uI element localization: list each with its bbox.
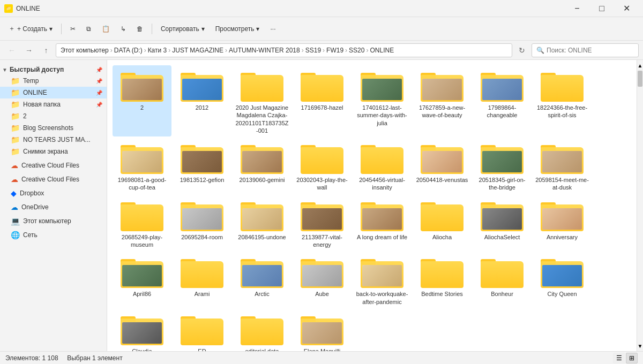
scroll-thumb[interactable] bbox=[638, 71, 642, 87]
breadcrumb-separator: › bbox=[302, 47, 304, 54]
close-button[interactable]: ✕ bbox=[614, 0, 639, 17]
sidebar-item-onedrive[interactable]: ☁ OneDrive bbox=[0, 201, 107, 213]
file-item[interactable]: AliochaSelect bbox=[473, 195, 532, 251]
file-item[interactable]: 17169678-hazel bbox=[293, 65, 352, 136]
onedrive-icon: ☁ bbox=[11, 203, 18, 211]
file-item[interactable]: 21139877-vital-energy bbox=[293, 195, 352, 251]
sidebar-item-dropbox[interactable]: ◆ Dropbox bbox=[0, 187, 107, 199]
breadcrumb-item[interactable]: SS19 bbox=[305, 47, 321, 54]
file-item[interactable]: 2012 bbox=[173, 65, 231, 136]
minimize-button[interactable]: − bbox=[565, 0, 589, 17]
file-item[interactable]: 17401612-last-summer-days-with-julia bbox=[353, 65, 412, 136]
breadcrumb-item[interactable]: JUST MAGAZINE bbox=[172, 47, 223, 54]
more-button[interactable]: ··· bbox=[266, 20, 280, 37]
file-item[interactable]: ED bbox=[173, 309, 231, 351]
file-item[interactable]: Arctic bbox=[233, 252, 291, 308]
file-item[interactable]: back-to-workquake-after-pandemic bbox=[353, 252, 412, 308]
back-button[interactable]: ← bbox=[4, 43, 19, 58]
quick-access-section: ▼ Быстрый доступ 📌 📁 Temp 📌 📁 ONLINE 📌 📁… bbox=[0, 64, 107, 157]
file-item[interactable]: 20685249-play-museum bbox=[113, 195, 171, 251]
cut-button[interactable]: ✂ bbox=[66, 20, 80, 37]
file-name: AliochaSelect bbox=[484, 233, 520, 241]
sort-button[interactable]: Сортировать ▾ bbox=[156, 20, 209, 37]
file-item[interactable]: A long dream of life bbox=[353, 195, 412, 251]
breadcrumb-item[interactable]: FW19 bbox=[326, 47, 343, 54]
file-item[interactable]: 2 bbox=[113, 65, 171, 136]
sidebar-item-label: ONLINE bbox=[23, 89, 47, 96]
file-item[interactable]: 20846195-undone bbox=[233, 195, 291, 251]
paste-button[interactable]: 📋 bbox=[98, 20, 114, 37]
file-item[interactable]: April86 bbox=[113, 252, 171, 308]
file-area[interactable]: 220122020 Just Magazine Magdalena Czajka… bbox=[107, 60, 637, 351]
file-item[interactable]: 20504418-venustas bbox=[413, 138, 472, 194]
sidebar-item-temp[interactable]: 📁 Temp 📌 bbox=[0, 75, 107, 87]
sidebar-item-blog[interactable]: 📁 Blog Screenshots bbox=[0, 122, 107, 134]
file-name: 17627859-a-new-wave-of-beauty bbox=[415, 104, 469, 119]
file-grid: 220122020 Just Magazine Magdalena Czajka… bbox=[113, 65, 631, 351]
maximize-button[interactable]: □ bbox=[589, 0, 614, 17]
sidebar-item-creative-2[interactable]: ☁ Creative Cloud Files bbox=[0, 173, 107, 185]
rename-button[interactable]: ↳ bbox=[116, 20, 130, 37]
sidebar-item-creative-1[interactable]: ☁ Creative Cloud Files bbox=[0, 160, 107, 171]
sidebar-item-label: Dropbox bbox=[20, 189, 44, 197]
file-item[interactable]: Bedtime Stories bbox=[413, 252, 472, 308]
file-item[interactable]: Aliocha bbox=[413, 195, 472, 251]
file-item[interactable]: Bonheur bbox=[473, 252, 532, 308]
file-item[interactable]: 20454456-virtual-insanity bbox=[353, 138, 412, 194]
sidebar-item-2[interactable]: 📁 2 bbox=[0, 110, 107, 122]
file-item[interactable]: Arami bbox=[173, 252, 231, 308]
breadcrumb-separator: › bbox=[323, 47, 325, 54]
file-item[interactable]: 2020 Just Magazine Magdalena Czajka-2020… bbox=[233, 65, 291, 136]
file-item[interactable]: 17989864-changeable bbox=[473, 65, 532, 136]
sidebar-item-new-folder[interactable]: 📁 Новая папка 📌 bbox=[0, 98, 107, 110]
refresh-button[interactable]: ↻ bbox=[514, 43, 529, 58]
file-item[interactable]: 19813512-gefion bbox=[173, 138, 231, 194]
file-item[interactable]: Elana Maguilli bbox=[293, 309, 352, 351]
view-grid-button[interactable]: ⊞ bbox=[626, 353, 638, 363]
app-icon: 📁 bbox=[4, 4, 13, 13]
file-item[interactable]: City Queen bbox=[533, 252, 592, 308]
sidebar-item-notears[interactable]: 📁 NO TEARS JUST MA... bbox=[0, 134, 107, 146]
view-button[interactable]: Просмотреть ▾ bbox=[211, 20, 264, 37]
file-name: 20518345-girl-on-the-bridge bbox=[475, 176, 529, 192]
file-item[interactable]: 18224366-the-free-spirit-of-sis bbox=[533, 65, 592, 136]
breadcrumb-item[interactable]: Кати 3 bbox=[148, 47, 167, 54]
scroll-down[interactable]: ▼ bbox=[637, 340, 643, 351]
breadcrumb-item[interactable]: Этот компьютер bbox=[61, 47, 109, 54]
file-item[interactable]: 20518345-girl-on-the-bridge bbox=[473, 138, 532, 194]
sidebar-item-thispc[interactable]: 💻 Этот компьютер bbox=[0, 215, 107, 227]
file-item[interactable]: 20598154-meet-me-at-dusk bbox=[533, 138, 592, 194]
sidebar-item-online[interactable]: 📁 ONLINE 📌 bbox=[0, 87, 107, 98]
breadcrumb-item[interactable]: ONLINE bbox=[370, 47, 394, 54]
file-item[interactable]: Claudia bbox=[113, 309, 171, 351]
create-button[interactable]: ＋ + Создать ▾ bbox=[4, 20, 57, 37]
breadcrumb-item[interactable]: AUTUMN-WINTER 2018 bbox=[229, 47, 300, 54]
quick-access-header[interactable]: ▼ Быстрый доступ 📌 bbox=[0, 64, 107, 75]
breadcrumb-item[interactable]: SS20 bbox=[349, 47, 364, 54]
breadcrumb-item[interactable]: DATA (D:) bbox=[114, 47, 143, 54]
file-item[interactable]: 17627859-a-new-wave-of-beauty bbox=[413, 65, 472, 136]
file-item[interactable]: editorial data bbox=[233, 309, 291, 351]
breadcrumb[interactable]: Этот компьютер › DATA (D:) › Кати 3 › JU… bbox=[56, 43, 512, 57]
window-title: ONLINE bbox=[16, 5, 40, 12]
copy-button[interactable]: ⧉ bbox=[82, 20, 95, 37]
file-item[interactable]: 19698081-a-good-cup-of-tea bbox=[113, 138, 171, 194]
sidebar-item-label: OneDrive bbox=[21, 203, 49, 211]
file-item[interactable]: Anniversary bbox=[533, 195, 592, 251]
view-list-button[interactable]: ☰ bbox=[613, 353, 625, 363]
sidebar-item-network[interactable]: 🌐 Сеть bbox=[0, 229, 107, 241]
file-item[interactable]: 20302043-play-the-wall bbox=[293, 138, 352, 194]
sidebar-item-label: Creative Cloud Files bbox=[21, 176, 79, 183]
folder-icon: 📁 bbox=[11, 88, 20, 97]
file-item[interactable]: Aube bbox=[293, 252, 352, 308]
up-button[interactable]: ↑ bbox=[39, 43, 54, 58]
delete-button[interactable]: 🗑 bbox=[132, 20, 147, 37]
breadcrumb-separator: › bbox=[168, 47, 170, 54]
sidebar-item-screenshots[interactable]: 📁 Снимки экрана bbox=[0, 146, 107, 157]
scrollbar[interactable]: ▲ ▼ bbox=[637, 60, 643, 351]
file-item[interactable]: 20139060-gemini bbox=[233, 138, 291, 194]
scroll-up[interactable]: ▲ bbox=[637, 60, 643, 71]
forward-button[interactable]: → bbox=[21, 43, 36, 58]
search-input[interactable] bbox=[547, 47, 634, 54]
file-item[interactable]: 20695284-room bbox=[173, 195, 231, 251]
